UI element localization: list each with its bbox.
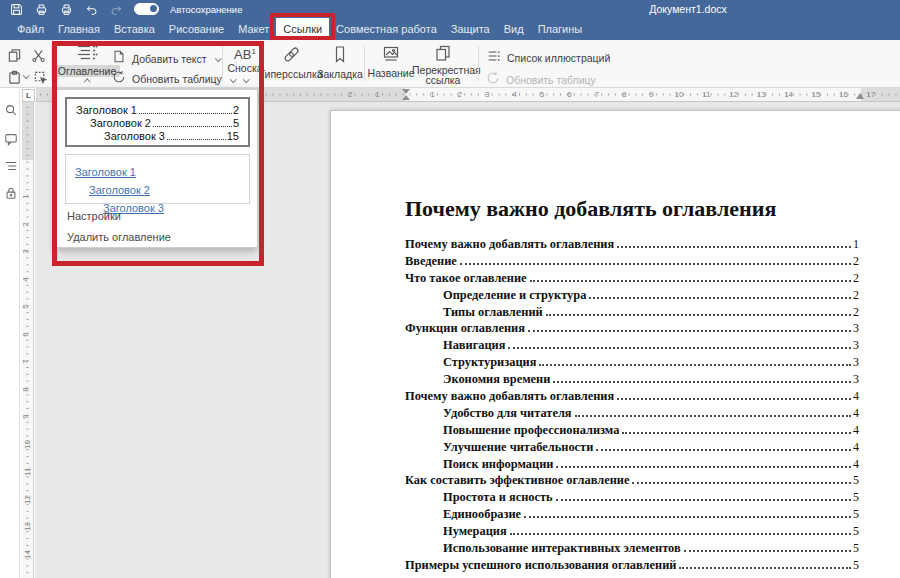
ruler-number: 5 xyxy=(540,90,544,99)
toc-entry[interactable]: Введение2 xyxy=(405,254,859,271)
ruler-number: 10 xyxy=(23,440,32,449)
caption-button[interactable]: Название xyxy=(368,45,414,79)
tab-layout[interactable]: Макет xyxy=(231,18,276,40)
update-table-button[interactable]: Обновить таблицу xyxy=(112,70,235,88)
toc-entry[interactable]: Как составить эффективное оглавление5 xyxy=(405,473,859,490)
separator xyxy=(364,46,365,81)
add-text-icon xyxy=(112,49,126,68)
save-icon[interactable] xyxy=(9,2,23,16)
ruler-number: 10 xyxy=(675,90,684,99)
toc-settings-item[interactable]: Настройки xyxy=(67,210,121,222)
paste-icon[interactable] xyxy=(4,67,24,87)
toc-entry[interactable]: Типы оглавлений2 xyxy=(405,305,859,322)
cross-reference-icon xyxy=(434,45,452,66)
preview-entry: Заголовок 2 xyxy=(75,180,240,198)
tab-insert[interactable]: Вставка xyxy=(107,18,162,40)
redo-icon[interactable] xyxy=(109,2,123,16)
toc-entry[interactable]: Использование интерактивных элементов5 xyxy=(405,541,859,558)
indent-marker-left[interactable] xyxy=(402,89,410,100)
ruler-number: 12 xyxy=(23,495,32,504)
quick-print-icon[interactable] xyxy=(59,2,73,16)
search-icon[interactable] xyxy=(3,102,18,117)
ruler-number: 1 xyxy=(375,90,379,99)
tab-file[interactable]: Файл xyxy=(10,18,51,40)
footnote-button[interactable]: AB1 Сноска xyxy=(226,45,264,82)
tab-stop-selector[interactable]: L xyxy=(22,89,35,102)
toc-style-classic[interactable]: Заголовок 12Заголовок 25Заголовок 315 xyxy=(65,97,250,147)
hyperlink-label: Гиперссылка xyxy=(259,68,322,80)
toc-entry[interactable]: Экономия времени3 xyxy=(405,372,859,389)
preview-entry: Заголовок 12 xyxy=(76,104,239,117)
autosave-label: Автосохранение xyxy=(170,4,242,15)
toc-entry[interactable]: Удобство для читателя4 xyxy=(405,406,859,423)
copy-icon[interactable] xyxy=(4,45,24,65)
app-window: Автосохранение Документ1.docx ФайлГлавна… xyxy=(0,0,900,578)
ruler-number: 14 xyxy=(784,90,793,99)
toc-entry[interactable]: Почему важно добавлять оглавления1 xyxy=(405,237,859,254)
headings-icon[interactable] xyxy=(3,158,18,173)
toc-style-links[interactable]: Заголовок 1Заголовок 2Заголовок 3 xyxy=(65,154,250,204)
hyperlink-button[interactable]: Гиперссылка xyxy=(266,45,316,80)
undo-icon[interactable] xyxy=(84,2,98,16)
toc-entry[interactable]: Примеры успешного использования оглавлен… xyxy=(405,558,859,575)
figures-list-label: Список иллюстраций xyxy=(507,52,610,64)
toc-entry[interactable]: Структуризация3 xyxy=(405,355,859,372)
ruler-number: 6 xyxy=(567,90,571,99)
document-page[interactable]: Почему важно добавлять оглавления Почему… xyxy=(330,110,900,578)
paste-chevron-icon[interactable] xyxy=(23,72,29,78)
cross-reference-button[interactable]: Перекрестная ссылка xyxy=(412,45,474,85)
chevron-up-icon xyxy=(84,79,90,85)
comments-icon[interactable] xyxy=(3,131,18,146)
toc-entry[interactable]: Определение и структура2 xyxy=(405,288,859,305)
tab-view[interactable]: Вид xyxy=(497,18,531,40)
caption-label: Название xyxy=(368,67,415,79)
cut-icon[interactable] xyxy=(28,45,48,65)
toc-remove-item[interactable]: Удалить оглавление xyxy=(67,231,171,243)
separator xyxy=(222,46,223,81)
toc-entry[interactable]: Функции оглавления3 xyxy=(405,321,859,338)
bookmark-label: Закладка xyxy=(317,68,363,80)
tab-protection[interactable]: Защита xyxy=(444,18,497,40)
tab-plugins[interactable]: Плагины xyxy=(531,18,590,40)
toc-entry[interactable]: Простота и ясность5 xyxy=(405,490,859,507)
cross-reference-label: Перекрестная ссылка xyxy=(412,66,474,85)
chevron-down-icon xyxy=(215,55,221,61)
toc-entry[interactable]: Улучшение читабельности4 xyxy=(405,440,859,457)
ruler-number: 8 xyxy=(21,387,30,391)
tab-references[interactable]: Ссылки xyxy=(276,18,329,40)
indent-marker-right[interactable] xyxy=(856,93,864,99)
update-table-label: Обновить таблицу xyxy=(132,73,222,85)
toc-entry[interactable]: Повышение профессионализма4 xyxy=(405,423,859,440)
tab-home[interactable]: Главная xyxy=(51,18,107,40)
autosave-toggle[interactable] xyxy=(134,3,159,15)
ruler-number: 3 xyxy=(21,249,30,253)
ribbon-toolbar: Оглавление Добавить текст Обновить табли… xyxy=(0,40,900,88)
ruler-number: 9 xyxy=(21,414,30,418)
vertical-ruler[interactable]: 1234567891011121314 xyxy=(22,102,34,578)
ruler-number: 5 xyxy=(21,304,30,308)
toc-entry[interactable]: Почему важно добавлять оглавления4 xyxy=(405,389,859,406)
table-of-contents-button[interactable]: Оглавление xyxy=(57,43,117,85)
toc-entry[interactable]: Навигация3 xyxy=(405,338,859,355)
hyperlink-icon xyxy=(282,45,301,68)
figures-list-button[interactable]: Список иллюстраций xyxy=(486,49,610,67)
chevron-down-icon xyxy=(243,76,249,82)
update-figures-table-button[interactable]: Обновить таблицу xyxy=(486,71,596,89)
toc-entry[interactable]: Что такое оглавление2 xyxy=(405,271,859,288)
tab-collaboration[interactable]: Совместная работа xyxy=(329,18,444,40)
protection-icon[interactable] xyxy=(3,185,18,200)
bookmark-button[interactable]: Закладка xyxy=(318,45,362,80)
figures-list-icon xyxy=(486,49,501,67)
ruler-ticks xyxy=(22,102,33,578)
toc-entry[interactable]: Нумерация5 xyxy=(405,524,859,541)
update-figures-table-label: Обновить таблицу xyxy=(506,74,596,86)
add-text-button[interactable]: Добавить текст xyxy=(112,49,220,68)
print-icon[interactable] xyxy=(34,2,48,16)
preview-entry: Заголовок 25 xyxy=(76,117,239,130)
toc-entry[interactable]: Поиск информации4 xyxy=(405,457,859,474)
toc-entry[interactable]: Единообразие5 xyxy=(405,507,859,524)
tab-draw[interactable]: Рисование xyxy=(162,18,231,40)
left-sidebar xyxy=(0,89,20,578)
document-toc[interactable]: Почему важно добавлять оглавления1Введен… xyxy=(405,237,859,575)
select-icon[interactable] xyxy=(30,67,50,87)
